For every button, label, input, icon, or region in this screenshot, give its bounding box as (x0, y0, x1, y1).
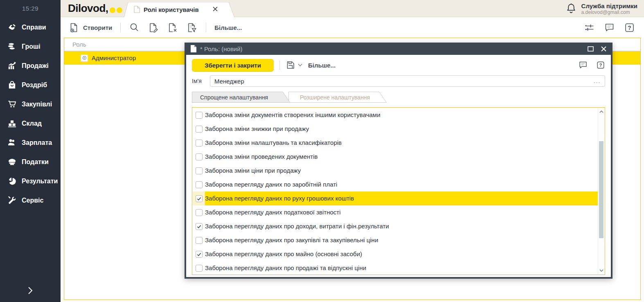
role-name-value: Менеджер (214, 78, 244, 85)
permission-row[interactable]: Заборона перегляду даних по заробітній п… (193, 178, 598, 192)
chevron-right-icon (28, 286, 33, 295)
sidebar-menu: СправиГрошіПродажіРоздрібЗакупівліСкладЗ… (0, 18, 61, 210)
comment-icon[interactable] (578, 60, 588, 70)
toolbar-separator (120, 23, 121, 32)
chevron-down-icon[interactable] (298, 63, 302, 67)
shopping-bag-icon (7, 80, 17, 90)
maximize-icon[interactable] (588, 46, 594, 52)
sidebar-item-rozdrib[interactable]: Роздріб (0, 75, 61, 95)
sidebar-item-podatky[interactable]: Податки (0, 152, 61, 171)
permission-row[interactable]: Заборона зміни проведених документів (193, 150, 598, 164)
tab-close-icon[interactable] (212, 6, 218, 12)
sidebar-expand-button[interactable] (0, 286, 61, 295)
close-icon[interactable] (601, 46, 606, 52)
support-block[interactable]: Служба підтримки a.delovod@gmail.com (566, 0, 644, 17)
dialog-titlebar[interactable]: * Роль: (новий) (186, 43, 611, 55)
settings-sliders-icon[interactable] (584, 22, 595, 33)
permission-checkbox[interactable] (196, 209, 203, 216)
sidebar-item-spravy[interactable]: Справи (0, 18, 61, 37)
permission-checkbox[interactable] (196, 237, 203, 244)
dialog-more-button[interactable]: Більше... (308, 62, 336, 69)
document-edit-icon[interactable] (148, 22, 159, 33)
document-icon (134, 6, 140, 13)
dialog-toolbar: Зберегти і закрити Більше... (192, 57, 605, 73)
more-button[interactable]: Більше... (214, 24, 242, 31)
dialog-body: Зберегти і закрити Більше... (186, 55, 611, 275)
document-filter-icon[interactable] (187, 22, 198, 33)
save-button[interactable] (286, 60, 302, 70)
permission-checkbox[interactable] (196, 223, 203, 230)
permission-label: Заборона перегляду даних по руху грошови… (205, 192, 598, 205)
handshake-icon (7, 23, 17, 32)
permission-row[interactable]: Заборона зміни ціни при продажу (193, 164, 598, 178)
permission-row[interactable]: Заборона перегляду даних про закупівлі т… (193, 233, 598, 247)
sidebar-item-hroshi[interactable]: Гроші (0, 37, 61, 56)
document-delete-icon[interactable] (167, 22, 178, 33)
sidebar-item-rezultaty[interactable]: Результати (0, 171, 61, 191)
permission-row[interactable]: Заборона зміни знижки при продажу (193, 122, 598, 136)
settings-tabs: Спрощене налаштування Розширене налаштув… (192, 92, 605, 103)
permissions-panel: Заборона зміни документів створених інши… (192, 107, 605, 275)
permission-label: Заборона перегляду даних про доходи, вит… (205, 219, 598, 233)
permission-label: Заборона перегляду даних по заробітній п… (205, 178, 598, 192)
app-window: 15:29 СправиГрошіПродажіРоздрібЗакупівлі… (0, 0, 644, 302)
save-floppy-icon (286, 60, 295, 70)
help-icon[interactable]: ? (624, 22, 635, 33)
sidebar-item-sklad[interactable]: Склад (0, 114, 61, 133)
sidebar-item-zakupivli[interactable]: Закупівлі (0, 95, 61, 114)
permission-checkbox[interactable] (196, 251, 203, 258)
save-and-close-button[interactable]: Зберегти і закрити (192, 59, 274, 71)
permission-row[interactable]: Заборона перегляду даних про майно (осно… (193, 247, 598, 261)
sidebar-item-label: Закупівлі (22, 101, 52, 108)
permission-label: Заборона перегляду даних податкової звіт… (205, 205, 598, 219)
role-name-input[interactable]: Менеджер ... (210, 75, 605, 87)
input-ellipsis-button[interactable]: ... (594, 78, 601, 84)
permission-checkbox[interactable] (196, 140, 203, 146)
permission-row[interactable]: Заборона перегляду даних податкової звіт… (193, 205, 598, 219)
permission-label: Заборона зміни налаштувань та класифікат… (205, 136, 598, 150)
permission-checkbox[interactable] (196, 167, 203, 174)
sidebar: 15:29 СправиГрошіПродажіРоздрібЗакупівлі… (0, 0, 61, 302)
tab-user-roles[interactable]: Ролі користувачів (124, 2, 234, 17)
sidebar-item-prodazhi[interactable]: Продажі (0, 56, 61, 75)
permission-checkbox[interactable] (196, 195, 203, 202)
svg-text:?: ? (599, 63, 602, 68)
notification-bell-icon[interactable] (566, 3, 576, 14)
permission-row[interactable]: Заборона перегляду даних по руху грошови… (193, 192, 598, 205)
logo-dot-icon (117, 7, 122, 13)
permission-checkbox[interactable] (196, 126, 203, 133)
scrollbar-thumb[interactable] (599, 141, 603, 238)
help-icon[interactable]: ? (596, 61, 605, 70)
checkbox-cell (193, 219, 205, 233)
sales-chart-icon (7, 61, 17, 71)
create-button[interactable]: Створити (69, 22, 112, 33)
sidebar-item-label: Продажі (22, 62, 49, 70)
document-add-icon (69, 22, 80, 33)
permission-checkbox[interactable] (196, 153, 203, 160)
vertical-scrollbar[interactable] (598, 108, 604, 274)
logo-text: Dilovod, (68, 2, 108, 15)
permission-checkbox[interactable] (196, 181, 203, 188)
permission-label: Заборона зміни знижки при продажу (205, 122, 598, 136)
search-icon[interactable] (129, 22, 140, 33)
warehouse-icon (7, 119, 17, 128)
sidebar-item-zarplata[interactable]: Зарплата (0, 133, 61, 152)
sidebar-item-servis[interactable]: Сервіс (0, 191, 61, 210)
comment-icon[interactable] (604, 22, 615, 33)
permission-row[interactable]: Заборона зміни документів створених інши… (193, 108, 598, 122)
scroll-up-icon[interactable] (598, 109, 604, 115)
permission-label: Заборона зміни проведених документів (205, 150, 598, 164)
checkbox-cell (193, 233, 205, 247)
permission-row[interactable]: Заборона зміни налаштувань та класифікат… (193, 136, 598, 150)
permission-row[interactable]: Заборона перегляду даних про доходи, вит… (193, 219, 598, 233)
dilovod-logo[interactable]: Dilovod, (68, 2, 122, 15)
sidebar-item-label: Зарплата (22, 139, 52, 146)
permission-row[interactable]: Заборона перегляду даних про продажі та … (193, 261, 598, 274)
checkbox-cell (193, 205, 205, 219)
permission-checkbox[interactable] (196, 265, 203, 272)
checkbox-cell (193, 192, 205, 205)
scroll-down-icon[interactable] (598, 268, 604, 273)
tab-advanced-settings[interactable]: Розширене налаштування (288, 92, 387, 103)
permission-checkbox[interactable] (196, 112, 203, 119)
tab-simple-settings[interactable]: Спрощене налаштування (192, 92, 290, 103)
